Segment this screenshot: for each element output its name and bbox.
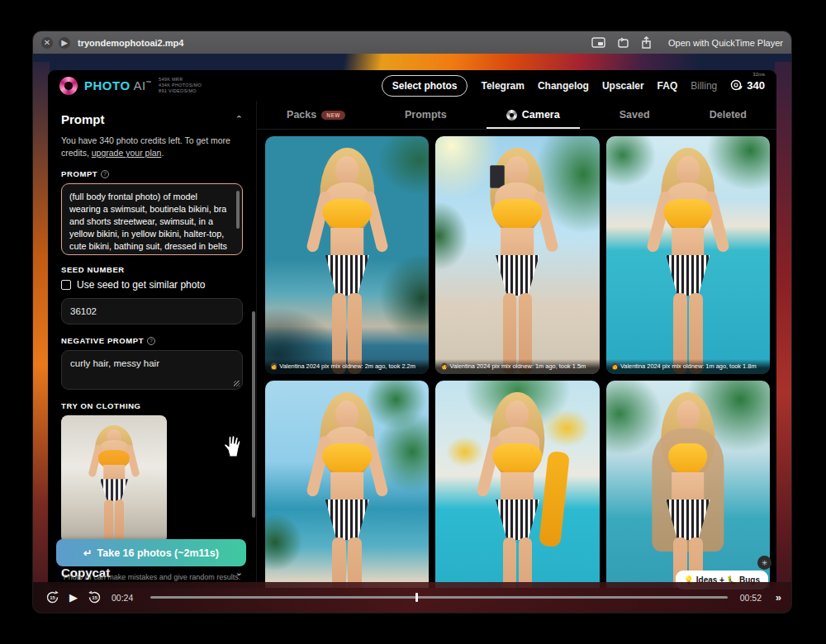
- playhead[interactable]: [415, 593, 418, 602]
- brand-title[interactable]: PHOTO AI™: [84, 78, 152, 92]
- coin-icon: [730, 79, 744, 92]
- disclaimer-text: Photo AI can make mistakes and give rand…: [48, 573, 256, 581]
- prompt-field-label: PROMPT?: [61, 169, 243, 178]
- current-time: 00:24: [112, 593, 138, 603]
- generated-photo[interactable]: [265, 381, 429, 588]
- nav-faq[interactable]: FAQ: [657, 80, 678, 92]
- desktop-wallpaper-top: [33, 54, 791, 72]
- tab-deleted[interactable]: Deleted: [705, 101, 752, 129]
- nav-changelog[interactable]: Changelog: [538, 80, 589, 92]
- pip-icon[interactable]: [591, 37, 605, 48]
- total-time: 00:52: [740, 593, 767, 603]
- upgrade-plan-link[interactable]: upgrade your plan: [92, 148, 162, 158]
- photo-ai-app-window: PHOTO AI™ 549K MRR 434K PHOTOS/MO 891 VI…: [48, 70, 776, 588]
- photo-grid: 👩 Valentina 2024 pix mix oldnew: 2m ago,…: [257, 130, 776, 588]
- quicktime-preview-window: ✕ ▶ tryondemophotoai2.mp4 Open with Quic…: [33, 31, 791, 613]
- generated-photo[interactable]: 👩 Valentina 2024 pix mix oldnew: 1m ago,…: [435, 136, 599, 374]
- resize-grip[interactable]: [234, 381, 240, 386]
- chevron-up-icon[interactable]: ⌃: [235, 114, 243, 125]
- brand-stats: 549K MRR 434K PHOTOS/MO 891 VIDEOS/MO: [159, 77, 202, 94]
- prompt-textarea[interactable]: (full body frontal photo) of model weari…: [61, 183, 243, 255]
- photo-ai-logo-icon[interactable]: [59, 77, 78, 95]
- tab-packs[interactable]: Packs NEW: [282, 101, 350, 129]
- play-button[interactable]: ▶: [69, 591, 78, 604]
- open-with-quicktime-button[interactable]: Open with QuickTime Player: [668, 38, 783, 48]
- credits-note: You have 340 photo credits left. To get …: [61, 135, 243, 159]
- return-key-icon: ↵: [83, 547, 92, 559]
- share-icon[interactable]: [641, 36, 652, 49]
- help-icon[interactable]: ?: [147, 337, 155, 345]
- skip-forward-15-button[interactable]: 15: [87, 590, 102, 605]
- take-photos-button[interactable]: ↵ Take 16 photos (~2m11s): [56, 539, 246, 566]
- rotate-icon[interactable]: [617, 37, 629, 49]
- sidebar-scrollbar[interactable]: [252, 311, 255, 518]
- desktop-wallpaper-left: [33, 62, 50, 613]
- nav-upscaler[interactable]: Upscaler: [602, 80, 644, 92]
- tab-saved[interactable]: Saved: [615, 101, 655, 129]
- negative-prompt-textarea[interactable]: curly hair, messy hair: [61, 350, 243, 390]
- photo-caption: 👩 Valentina 2024 pix mix oldnew: 2m ago,…: [265, 359, 429, 374]
- playback-controls: 15 ▶ 15 00:24 00:52 »: [33, 582, 791, 613]
- tab-prompts[interactable]: Prompts: [400, 101, 452, 129]
- generated-photo[interactable]: [606, 381, 770, 588]
- seed-number-input[interactable]: 36102: [61, 298, 243, 324]
- nav-telegram[interactable]: Telegram: [481, 80, 524, 92]
- try-on-clothing-image[interactable]: [61, 415, 167, 543]
- seed-field-label: SEED NUMBER: [61, 265, 243, 274]
- desktop-wallpaper-right: [775, 62, 791, 613]
- close-icon[interactable]: ✕: [41, 37, 53, 49]
- panel-title-prompt: Prompt: [61, 112, 105, 126]
- new-badge: NEW: [321, 111, 345, 120]
- photo-caption: 👩 Valentina 2024 pix mix oldnew: 1m ago,…: [435, 359, 599, 374]
- prompt-sidebar: Prompt ⌃ You have 340 photo credits left…: [48, 101, 256, 588]
- video-file-icon: ▶: [59, 37, 70, 49]
- tryon-label: TRY ON CLOTHING: [61, 401, 243, 410]
- photo-caption: 👩 Valentina 2024 pix mix oldnew: 1m ago,…: [606, 359, 770, 374]
- generated-photo[interactable]: 👩 Valentina 2024 pix mix oldnew: 1m ago,…: [606, 136, 770, 374]
- use-seed-checkbox-row[interactable]: Use seed to get similar photo: [61, 279, 243, 291]
- window-title: tryondemophotoai2.mp4: [78, 38, 183, 48]
- camera-spiral-icon: [506, 110, 517, 121]
- negative-prompt-label: NEGATIVE PROMPT?: [61, 336, 243, 345]
- textarea-scrollbar[interactable]: [236, 191, 240, 229]
- camera-shutter-icon[interactable]: ✳: [757, 556, 771, 570]
- latency-overlay: 32ms: [752, 72, 765, 77]
- tab-camera[interactable]: Camera: [501, 101, 565, 129]
- skip-back-15-button[interactable]: 15: [45, 590, 60, 605]
- help-icon[interactable]: ?: [101, 170, 109, 178]
- titlebar: ✕ ▶ tryondemophotoai2.mp4 Open with Quic…: [33, 31, 791, 54]
- hand-cursor: [221, 433, 243, 462]
- checkbox-unchecked[interactable]: [61, 280, 71, 290]
- video-frame[interactable]: PHOTO AI™ 549K MRR 434K PHOTOS/MO 891 VI…: [33, 54, 791, 613]
- fast-forward-icon[interactable]: »: [776, 591, 780, 604]
- select-photos-button[interactable]: Select photos: [382, 75, 468, 97]
- app-header: PHOTO AI™ 549K MRR 434K PHOTOS/MO 891 VI…: [48, 70, 776, 101]
- tab-bar: Packs NEW Prompts Camera Saved Deleted: [257, 101, 776, 130]
- generated-photo[interactable]: 👩 Valentina 2024 pix mix oldnew: 2m ago,…: [265, 136, 429, 374]
- credits-counter[interactable]: 32ms 340: [730, 79, 765, 92]
- seek-bar[interactable]: [150, 596, 728, 599]
- generated-photo[interactable]: [435, 381, 599, 588]
- nav-billing[interactable]: Billing: [691, 80, 717, 92]
